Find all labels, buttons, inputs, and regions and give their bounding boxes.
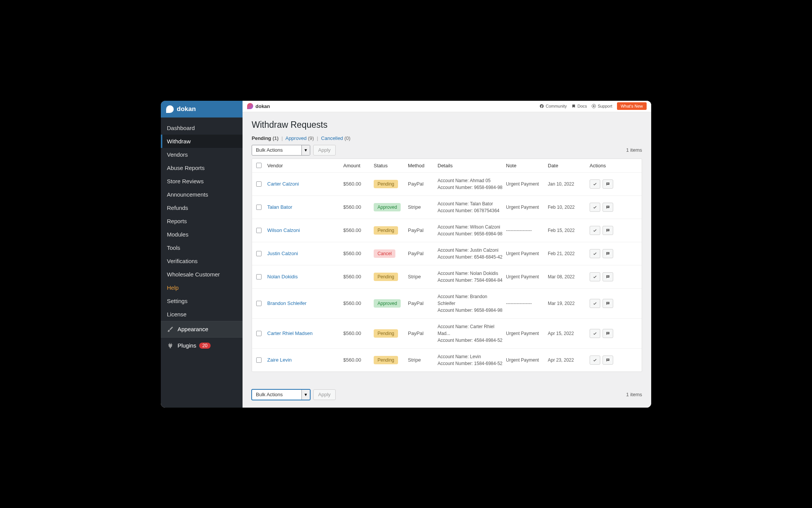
status-badge: Approved xyxy=(374,203,401,211)
vendor-link[interactable]: Talan Bator xyxy=(267,204,292,210)
sidebar-item-store-reviews[interactable]: Store Reviews xyxy=(161,175,243,188)
method-cell: PayPal xyxy=(406,330,436,336)
sidebar-brand[interactable]: dokan xyxy=(161,101,243,117)
note-action-button[interactable] xyxy=(603,203,613,212)
row-checkbox[interactable] xyxy=(256,301,262,306)
sidebar-item-abuse-reports[interactable]: Abuse Reports xyxy=(161,161,243,175)
page-title: Withdraw Requests xyxy=(252,120,642,130)
sidebar-section-appearance[interactable]: Appearance xyxy=(161,321,243,337)
vendor-link[interactable]: Wilson Calzoni xyxy=(267,227,300,233)
note-action-button[interactable] xyxy=(603,179,613,189)
sidebar-item-refunds[interactable]: Refunds xyxy=(161,201,243,214)
whats-new-button[interactable]: What's New xyxy=(617,102,647,110)
approve-action-button[interactable] xyxy=(590,299,600,308)
tab-approved[interactable]: Approved (9) xyxy=(285,135,314,141)
sidebar-item-help[interactable]: Help xyxy=(161,281,243,294)
row-checkbox[interactable] xyxy=(256,357,262,363)
topbar-support-link[interactable]: Support xyxy=(592,104,612,108)
approve-action-button[interactable] xyxy=(590,249,600,258)
check-icon xyxy=(593,331,597,336)
note-action-button[interactable] xyxy=(603,299,613,308)
apply-button-bottom[interactable]: Apply xyxy=(313,389,336,400)
sidebar-section-plugins[interactable]: Plugins 20 xyxy=(161,337,243,354)
select-all-checkbox[interactable] xyxy=(256,163,262,168)
vendor-link[interactable]: Zaire Levin xyxy=(267,357,292,363)
col-note: Note xyxy=(504,163,546,168)
note-cell: Urgent Payment xyxy=(504,181,546,187)
sidebar-item-tools[interactable]: Tools xyxy=(161,241,243,254)
method-cell: Stripe xyxy=(406,274,436,279)
vendor-link[interactable]: Brandon Schleifer xyxy=(267,300,306,306)
sidebar-menu: Dashboard Withdraw Vendors Abuse Reports… xyxy=(161,117,243,321)
details-cell: Account Name: Carter Rhiel Mad...Account… xyxy=(436,323,504,344)
method-cell: PayPal xyxy=(406,227,436,233)
approve-action-button[interactable] xyxy=(590,356,600,365)
note-action-button[interactable] xyxy=(603,226,613,235)
svg-rect-10 xyxy=(607,276,609,276)
status-badge: Pending xyxy=(374,226,398,235)
amount-cell: $560.00 xyxy=(342,181,372,187)
row-checkbox[interactable] xyxy=(256,331,262,336)
approve-action-button[interactable] xyxy=(590,226,600,235)
svg-rect-16 xyxy=(607,359,609,359)
note-action-button[interactable] xyxy=(603,272,613,281)
sidebar-item-license[interactable]: License xyxy=(161,308,243,321)
dokan-logo-small-icon xyxy=(247,103,253,109)
row-checkbox[interactable] xyxy=(256,228,262,233)
tab-cancelled[interactable]: Cancelled (0) xyxy=(321,135,350,141)
bulk-actions-select-bottom[interactable]: Bulk Actions ▾ xyxy=(252,389,310,400)
sidebar-item-dashboard[interactable]: Dashboard xyxy=(161,121,243,135)
note-action-button[interactable] xyxy=(603,329,613,338)
row-checkbox[interactable] xyxy=(256,181,262,187)
status-badge: Pending xyxy=(374,356,398,364)
approve-action-button[interactable] xyxy=(590,179,600,189)
details-cell: Account Name: Talan BatorAccount Number:… xyxy=(436,200,504,214)
col-status: Status xyxy=(372,163,406,168)
svg-rect-8 xyxy=(607,252,609,253)
svg-rect-11 xyxy=(607,276,609,277)
message-icon xyxy=(606,251,610,256)
sidebar-item-verifications[interactable]: Verifications xyxy=(161,254,243,268)
amount-cell: $560.00 xyxy=(342,330,372,336)
approve-action-button[interactable] xyxy=(590,203,600,212)
vendor-link[interactable]: Carter Calzoni xyxy=(267,181,299,187)
approve-action-button[interactable] xyxy=(590,329,600,338)
sidebar-item-wholesale-customer[interactable]: Wholesale Customer xyxy=(161,268,243,281)
details-cell: Account Name: LevinAccount Number: 1584-… xyxy=(436,353,504,367)
date-cell: Apr 23, 2022 xyxy=(546,357,588,363)
vendor-link[interactable]: Justin Calzoni xyxy=(267,251,298,256)
bulk-actions-select[interactable]: Bulk Actions ▾ xyxy=(252,145,310,156)
sidebar-item-vendors[interactable]: Vendors xyxy=(161,148,243,161)
check-icon xyxy=(593,182,597,186)
sidebar-item-modules[interactable]: Modules xyxy=(161,228,243,241)
message-icon xyxy=(606,275,610,279)
approve-action-button[interactable] xyxy=(590,272,600,281)
tab-pending[interactable]: Pending (1) xyxy=(252,135,279,141)
toolbar-bottom: Bulk Actions ▾ Apply 1 items xyxy=(252,389,642,400)
apply-button[interactable]: Apply xyxy=(313,145,336,156)
col-details: Details xyxy=(436,163,504,168)
vendor-link[interactable]: Nolan Dokidis xyxy=(267,274,298,279)
date-cell: Apr 15, 2022 xyxy=(546,331,588,336)
note-action-button[interactable] xyxy=(603,356,613,365)
col-method: Method xyxy=(406,163,436,168)
sidebar-item-withdraw[interactable]: Withdraw xyxy=(161,135,243,148)
topbar-brand[interactable]: dokan xyxy=(247,103,270,109)
topbar-right: Community Docs Support What's New xyxy=(539,102,647,110)
note-cell: Urgent Payment xyxy=(504,251,546,256)
note-cell: ----------------- xyxy=(504,228,546,233)
row-checkbox[interactable] xyxy=(256,274,262,279)
row-checkbox[interactable] xyxy=(256,205,262,210)
sidebar-item-reports[interactable]: Reports xyxy=(161,214,243,228)
note-action-button[interactable] xyxy=(603,249,613,258)
table-row: Talan Bator $560.00 Approved Stripe Acco… xyxy=(252,196,642,219)
topbar-community-link[interactable]: Community xyxy=(539,104,567,108)
topbar-docs-link[interactable]: Docs xyxy=(571,104,587,108)
table-row: Zaire Levin $560.00 Pending Stripe Accou… xyxy=(252,349,642,371)
sidebar-item-settings[interactable]: Settings xyxy=(161,294,243,308)
vendor-link[interactable]: Carter Rhiel Madsen xyxy=(267,330,312,336)
row-checkbox[interactable] xyxy=(256,251,262,256)
sidebar-item-announcements[interactable]: Announcements xyxy=(161,188,243,201)
status-badge: Pending xyxy=(374,180,398,188)
brush-icon xyxy=(167,326,174,333)
